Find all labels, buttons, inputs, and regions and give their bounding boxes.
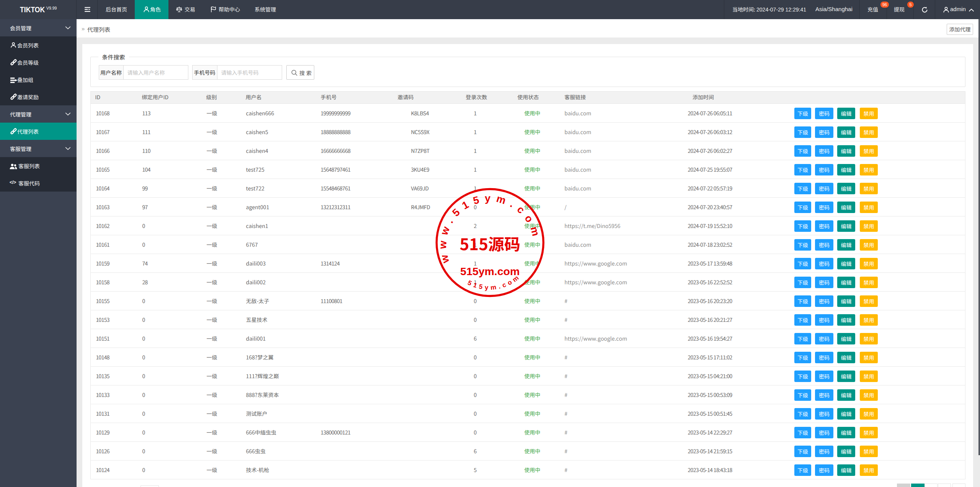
svg-text:515源码: 515源码 [460, 231, 520, 255]
svg-text:515ym.com: 515ym.com [460, 265, 519, 277]
